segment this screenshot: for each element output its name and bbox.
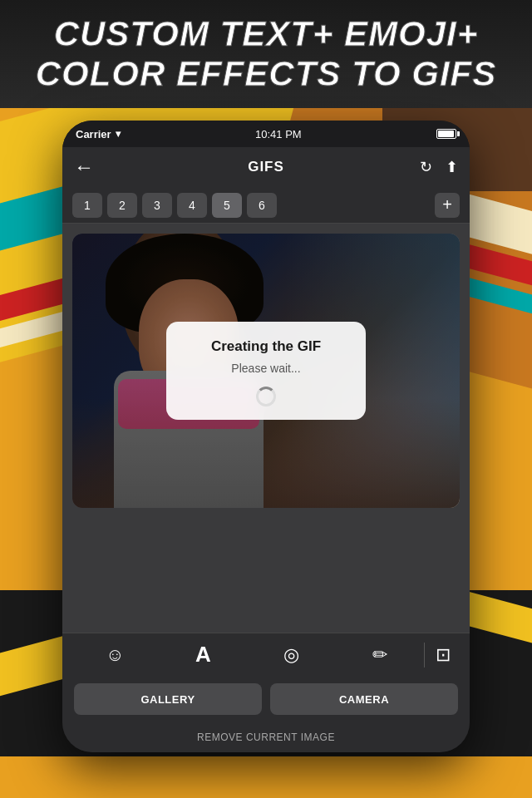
header-text: CUSTOM TEXT+ EMOJI+ COLOR EFFECTS TO GIF… (36, 14, 497, 95)
battery-icon (436, 129, 456, 139)
share-button[interactable]: ⬆ (446, 158, 458, 176)
gallery-button[interactable]: GALLERY (74, 683, 262, 715)
phone-frame: Carrier ▾ 10:41 PM ← GIFS ↻ ⬆ 1 2 3 4 (62, 121, 470, 752)
image-picker-button[interactable]: ⊡ (425, 637, 461, 673)
battery-indicator (436, 129, 456, 139)
add-tab-button[interactable]: + (435, 193, 460, 218)
tab-1[interactable]: 1 (72, 193, 102, 218)
image-picker-icon: ⊡ (436, 644, 451, 666)
emoji-tool-button[interactable]: ☺ (96, 637, 133, 673)
tab-3[interactable]: 3 (142, 193, 172, 218)
tab-6[interactable]: 6 (247, 193, 277, 218)
back-button[interactable]: ← (74, 155, 94, 179)
toolbar: ☺ A ◎ ✏ ⊡ (62, 633, 470, 676)
tool-group-main: ☺ A ◎ ✏ (71, 637, 424, 673)
remove-image-label: REMOVE CURRENT IMAGE (197, 732, 335, 743)
refresh-button[interactable]: ↻ (420, 158, 432, 176)
image-area: Creating the GIF Please wait... (72, 234, 460, 508)
wifi-icon: ▾ (116, 128, 121, 140)
nav-title: GIFS (248, 159, 284, 175)
dialog-subtitle: Please wait... (186, 362, 346, 375)
main-content: Creating the GIF Please wait... (62, 224, 470, 633)
header-banner: CUSTOM TEXT+ EMOJI+ COLOR EFFECTS TO GIF… (0, 0, 532, 108)
tab-5[interactable]: 5 (212, 193, 242, 218)
carrier-label: Carrier ▾ (76, 128, 121, 140)
loading-spinner (256, 387, 276, 406)
dialog-overlay: Creating the GIF Please wait... (72, 234, 460, 508)
tab-bar: 1 2 3 4 5 6 + (62, 187, 470, 224)
brush-tool-button[interactable]: ✏ (362, 637, 398, 673)
time-label: 10:41 PM (255, 128, 302, 140)
status-bar: Carrier ▾ 10:41 PM (62, 121, 470, 147)
nav-bar: ← GIFS ↻ ⬆ (62, 147, 470, 187)
filter-tool-button[interactable]: ◎ (273, 637, 310, 673)
action-buttons: GALLERY CAMERA (62, 676, 470, 722)
tab-4[interactable]: 4 (177, 193, 207, 218)
text-tool-button[interactable]: A (185, 637, 221, 673)
nav-right-actions: ↻ ⬆ (420, 158, 458, 176)
dialog-title: Creating the GIF (186, 338, 346, 355)
tab-2[interactable]: 2 (107, 193, 137, 218)
remove-image-button[interactable]: REMOVE CURRENT IMAGE (62, 722, 470, 752)
dialog-box: Creating the GIF Please wait... (166, 322, 366, 420)
camera-button[interactable]: CAMERA (270, 683, 458, 715)
